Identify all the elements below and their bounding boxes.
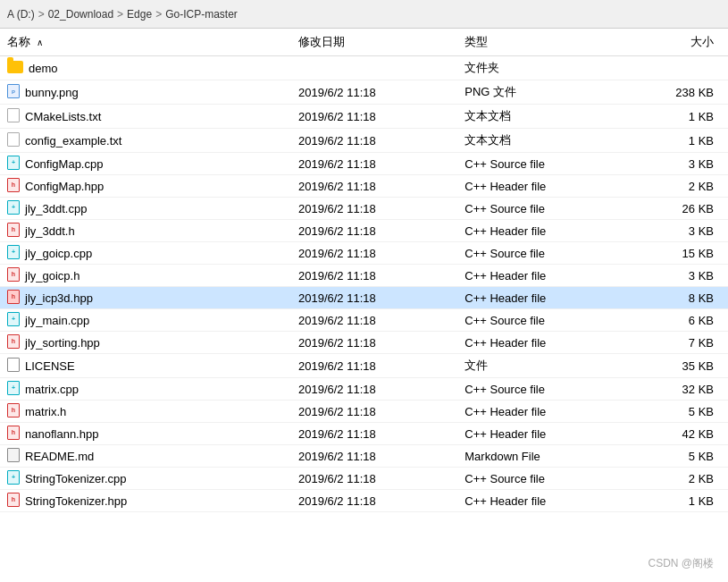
file-type-cell: 文件 — [457, 354, 645, 378]
table-row[interactable]: CMakeLists.txt2019/6/2 11:18文本文档1 KB — [0, 105, 728, 129]
file-type-cell: C++ Source file — [457, 378, 645, 401]
file-type-cell: C++ Header file — [457, 220, 645, 242]
file-date-cell: 2019/6/2 11:18 — [291, 198, 457, 220]
file-name-cell: hjly_icp3d.hpp — [0, 287, 291, 309]
file-name-cell: +jly_3ddt.cpp — [0, 198, 291, 220]
col-header-name[interactable]: 名称 ∧ — [0, 29, 291, 56]
cpp-icon: + — [7, 200, 20, 215]
md-icon — [7, 448, 20, 462]
file-date-cell: 2019/6/2 11:18 — [291, 242, 457, 265]
table-row[interactable]: +jly_goicp.cpp2019/6/2 11:18C++ Source f… — [0, 242, 728, 265]
file-date-cell: 2019/6/2 11:18 — [291, 80, 457, 105]
file-icon — [7, 358, 20, 372]
table-row[interactable]: +ConfigMap.cpp2019/6/2 11:18C++ Source f… — [0, 153, 728, 175]
table-row[interactable]: hjly_icp3d.hpp2019/6/2 11:18C++ Header f… — [0, 287, 728, 309]
txt-icon — [7, 132, 20, 147]
table-row[interactable]: hjly_3ddt.h2019/6/2 11:18C++ Header file… — [0, 220, 728, 242]
file-size-cell: 7 KB — [645, 332, 728, 354]
file-type-cell: 文件夹 — [457, 56, 645, 80]
file-size-cell: 6 KB — [645, 309, 728, 332]
file-type-cell: C++ Header file — [457, 423, 645, 445]
h-icon: h — [7, 493, 20, 507]
col-header-date[interactable]: 修改日期 — [291, 29, 457, 56]
cpp-icon: + — [7, 156, 20, 170]
file-type-cell: C++ Header file — [457, 332, 645, 354]
table-row[interactable]: hConfigMap.hpp2019/6/2 11:18C++ Header f… — [0, 175, 728, 198]
file-name-label: ConfigMap.cpp — [25, 157, 103, 171]
table-row[interactable]: +matrix.cpp2019/6/2 11:18C++ Source file… — [0, 378, 728, 401]
h-icon: h — [7, 223, 20, 237]
watermark: CSDN @阁楼 — [648, 556, 714, 571]
file-date-cell — [291, 56, 457, 80]
breadcrumb-sep2: > — [117, 8, 123, 21]
breadcrumb-drive[interactable]: A (D:) — [7, 8, 35, 21]
file-name-cell: +StringTokenizer.cpp — [0, 468, 291, 490]
file-date-cell: 2019/6/2 11:18 — [291, 468, 457, 490]
file-name-cell: CMakeLists.txt — [0, 105, 291, 129]
h-icon: h — [7, 426, 20, 440]
table-row[interactable]: Pbunny.png2019/6/2 11:18PNG 文件238 KB — [0, 80, 728, 105]
table-row[interactable]: hnanoflann.hpp2019/6/2 11:18C++ Header f… — [0, 423, 728, 445]
file-type-cell: 文本文档 — [457, 105, 645, 129]
file-size-cell: 238 KB — [645, 80, 728, 105]
table-row[interactable]: hStringTokenizer.hpp2019/6/2 11:18C++ He… — [0, 490, 728, 512]
file-list-container: 名称 ∧ 修改日期 类型 大小 demo文件夹Pbunny.png2019/6/… — [0, 29, 728, 582]
file-name-label: StringTokenizer.hpp — [25, 494, 127, 508]
file-date-cell: 2019/6/2 11:18 — [291, 220, 457, 242]
h-icon: h — [7, 403, 20, 418]
file-size-cell: 1 KB — [645, 129, 728, 153]
file-name-cell: +matrix.cpp — [0, 378, 291, 401]
breadcrumb-sep3: > — [155, 8, 162, 21]
file-size-cell: 8 KB — [645, 287, 728, 309]
breadcrumb-folder3[interactable]: Go-ICP-master — [165, 8, 238, 21]
table-row[interactable]: demo文件夹 — [0, 56, 728, 80]
file-name-label: LICENSE — [25, 359, 75, 373]
h-icon: h — [7, 267, 20, 282]
file-date-cell: 2019/6/2 11:18 — [291, 105, 457, 129]
file-name-label: StringTokenizer.cpp — [25, 472, 126, 485]
file-type-cell: 文本文档 — [457, 129, 645, 153]
table-row[interactable]: hjly_sorting.hpp2019/6/2 11:18C++ Header… — [0, 332, 728, 354]
file-name-cell: hStringTokenizer.hpp — [0, 490, 291, 512]
table-row[interactable]: hjly_goicp.h2019/6/2 11:18C++ Header fil… — [0, 265, 728, 287]
table-row[interactable]: README.md2019/6/2 11:18Markdown File5 KB — [0, 445, 728, 468]
file-date-cell: 2019/6/2 11:18 — [291, 354, 457, 378]
file-name-cell: +jly_goicp.cpp — [0, 242, 291, 265]
table-row[interactable]: +jly_3ddt.cpp2019/6/2 11:18C++ Source fi… — [0, 198, 728, 220]
breadcrumb-folder1[interactable]: 02_Download — [48, 8, 113, 21]
col-header-size[interactable]: 大小 — [645, 29, 728, 56]
file-size-cell: 5 KB — [645, 445, 728, 468]
breadcrumb-folder2[interactable]: Edge — [127, 8, 152, 21]
table-row[interactable]: LICENSE2019/6/2 11:18文件35 KB — [0, 354, 728, 378]
file-date-cell: 2019/6/2 11:18 — [291, 309, 457, 332]
cpp-icon: + — [7, 381, 20, 395]
file-size-cell: 1 KB — [645, 105, 728, 129]
file-size-cell: 32 KB — [645, 378, 728, 401]
file-size-cell — [645, 56, 728, 80]
file-name-cell: hjly_sorting.hpp — [0, 332, 291, 354]
file-name-label: jly_goicp.h — [25, 269, 79, 283]
file-name-label: jly_icp3d.hpp — [25, 291, 93, 305]
file-name-cell: hmatrix.h — [0, 401, 291, 423]
file-name-label: nanoflann.hpp — [25, 427, 98, 441]
file-size-cell: 3 KB — [645, 220, 728, 242]
table-row[interactable]: +jly_main.cpp2019/6/2 11:18C++ Source fi… — [0, 309, 728, 332]
file-type-cell: C++ Header file — [457, 401, 645, 423]
h-icon: h — [7, 334, 20, 349]
table-row[interactable]: hmatrix.h2019/6/2 11:18C++ Header file5 … — [0, 401, 728, 423]
file-name-cell: LICENSE — [0, 354, 291, 378]
file-type-cell: C++ Source file — [457, 309, 645, 332]
file-name-label: matrix.cpp — [25, 383, 79, 396]
table-row[interactable]: +StringTokenizer.cpp2019/6/2 11:18C++ So… — [0, 468, 728, 490]
h-icon: h — [7, 178, 20, 192]
file-name-cell: Pbunny.png — [0, 80, 291, 105]
col-header-type[interactable]: 类型 — [457, 29, 645, 56]
h-icon: h — [7, 290, 20, 304]
table-row[interactable]: config_example.txt2019/6/2 11:18文本文档1 KB — [0, 129, 728, 153]
file-type-cell: PNG 文件 — [457, 80, 645, 105]
file-size-cell: 5 KB — [645, 401, 728, 423]
file-type-cell: C++ Source file — [457, 153, 645, 175]
table-header-row: 名称 ∧ 修改日期 类型 大小 — [0, 29, 728, 56]
cpp-icon: + — [7, 312, 20, 326]
cpp-icon: + — [7, 245, 20, 259]
